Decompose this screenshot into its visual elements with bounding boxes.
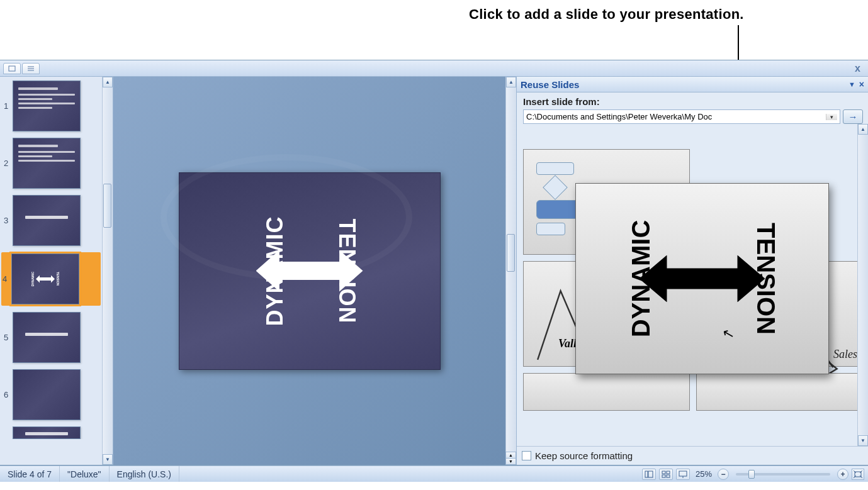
scroll-thumb[interactable] xyxy=(507,234,515,272)
thumbnail-number: 1 xyxy=(3,101,13,111)
thumbnail-slide xyxy=(13,312,81,363)
reuse-pane-title: Reuse Slides xyxy=(521,79,579,90)
reuse-slide-thumb[interactable] xyxy=(696,373,863,411)
zoom-out-button[interactable]: − xyxy=(718,469,729,480)
arrow-right-icon: → xyxy=(848,111,858,122)
slide-text-tension: TENSION xyxy=(334,218,360,323)
scroll-up-button[interactable]: ▲ xyxy=(103,77,113,87)
thumbnail-list: 1 2 3 xyxy=(0,77,102,465)
svg-rect-10 xyxy=(679,471,687,476)
slides-icon xyxy=(8,65,16,72)
thumbnail-item[interactable]: 5 xyxy=(3,312,101,363)
browse-go-button[interactable]: → xyxy=(843,109,863,124)
thumbnail-slide xyxy=(13,369,81,420)
sorter-view-icon xyxy=(662,471,670,478)
zoom-in-button[interactable]: + xyxy=(837,469,848,480)
zoom-percent[interactable]: 25% xyxy=(696,469,712,479)
thumbnail-item[interactable]: 3 xyxy=(3,195,101,246)
preview-text-tension: TENSION xyxy=(752,223,781,335)
annotation-leader-line xyxy=(738,25,739,60)
source-path-value: C:\Documents and Settings\Peter Weverka\… xyxy=(526,112,712,121)
slide-thumbnail-panel: 1 2 3 xyxy=(0,77,113,465)
scroll-down-button[interactable]: ▼ xyxy=(103,454,113,465)
thumbnail-number: 6 xyxy=(3,390,13,399)
thumbnail-slide xyxy=(13,81,81,131)
source-path-input[interactable]: C:\Documents and Settings\Peter Weverka\… xyxy=(523,109,840,124)
editor-scrollbar[interactable]: ▲ ▼ ▲ ▼ xyxy=(505,77,516,465)
annotation-text: Click to add a slide to your presentatio… xyxy=(469,6,744,23)
slides-tab[interactable] xyxy=(3,63,21,74)
status-bar: Slide 4 of 7 "Deluxe" English (U.S.) 25%… xyxy=(0,465,868,482)
reuse-slide-thumb[interactable] xyxy=(523,373,690,411)
scroll-down-button[interactable]: ▼ xyxy=(858,435,868,446)
thumbnail-number: 5 xyxy=(3,333,13,342)
outline-icon xyxy=(26,65,35,72)
outline-tab[interactable] xyxy=(22,63,40,74)
double-arrow-icon xyxy=(640,255,765,303)
next-slide-button[interactable]: ▼ xyxy=(505,458,516,465)
svg-rect-7 xyxy=(667,471,670,474)
reuse-slide-preview-tooltip[interactable]: DYNAMIC TENSION ↖ xyxy=(575,183,829,374)
thumbnail-number: 2 xyxy=(3,159,13,168)
cursor-icon: ↖ xyxy=(721,325,736,343)
thumbnail-item-selected[interactable]: 4 DYNAMIC TENSION xyxy=(1,252,101,306)
pane-tabs-bar: x xyxy=(0,60,868,77)
sorter-view-button[interactable] xyxy=(659,469,673,480)
normal-view-button[interactable] xyxy=(642,469,656,480)
keep-formatting-checkbox[interactable] xyxy=(522,451,531,460)
scroll-up-button[interactable]: ▲ xyxy=(506,77,516,87)
theme-name[interactable]: "Deluxe" xyxy=(60,466,110,482)
slideshow-view-icon xyxy=(679,471,687,478)
reuse-scrollbar[interactable]: ▲ ▼ xyxy=(857,124,868,446)
svg-rect-8 xyxy=(662,475,665,477)
close-pane-button[interactable]: x xyxy=(855,63,860,74)
scroll-thumb[interactable] xyxy=(103,184,111,228)
thumbnail-slide xyxy=(13,138,81,189)
reuse-pane-header: Reuse Slides ▼ × xyxy=(517,77,868,92)
thumbnail-slide: DYNAMIC TENSION xyxy=(11,253,79,304)
keep-formatting-label: Keep source formatting xyxy=(535,450,633,461)
svg-rect-5 xyxy=(648,471,653,477)
flowchart-graphic xyxy=(536,162,580,235)
svg-rect-9 xyxy=(667,475,670,477)
taskpane-menu-icon[interactable]: ▼ xyxy=(848,81,855,88)
reuse-pane-body: Insert slide from: C:\Documents and Sett… xyxy=(517,92,868,124)
insert-from-label: Insert slide from: xyxy=(523,96,863,107)
thumbnail-item[interactable] xyxy=(3,426,101,439)
svg-rect-6 xyxy=(662,471,665,474)
normal-view-icon xyxy=(645,471,653,478)
fit-to-window-button[interactable] xyxy=(852,469,864,480)
thumbnail-item[interactable]: 1 xyxy=(3,81,101,131)
reuse-pane-footer: Keep source formatting xyxy=(517,446,868,465)
thumbnail-number: 4 xyxy=(1,274,11,284)
slide-counter[interactable]: Slide 4 of 7 xyxy=(0,466,60,482)
path-dropdown-button[interactable]: ▾ xyxy=(826,114,837,120)
thumbnail-item[interactable]: 2 xyxy=(3,138,101,189)
annotation-area: Click to add a slide to your presentatio… xyxy=(0,0,868,60)
thumbnail-item[interactable]: 6 xyxy=(3,369,101,420)
language-indicator[interactable]: English (U.S.) xyxy=(110,466,179,482)
thumbnail-scrollbar[interactable]: ▲ ▼ xyxy=(102,77,113,465)
thumbnail-slide xyxy=(13,426,81,439)
scroll-up-button[interactable]: ▲ xyxy=(858,124,868,135)
thumbnail-slide xyxy=(13,195,81,246)
svg-rect-0 xyxy=(9,66,15,71)
close-pane-button[interactable]: × xyxy=(859,79,864,89)
fit-icon xyxy=(854,471,862,478)
thumbnail-number: 3 xyxy=(3,216,13,225)
powerpoint-window: x 1 2 xyxy=(0,60,868,465)
svg-rect-4 xyxy=(645,471,648,477)
current-slide[interactable]: DYNAMIC TENSION xyxy=(179,172,441,370)
slide-editor[interactable]: DYNAMIC TENSION xyxy=(113,77,505,465)
slideshow-view-button[interactable] xyxy=(676,469,690,480)
zoom-slider-thumb[interactable] xyxy=(748,470,755,479)
zoom-slider[interactable] xyxy=(736,473,830,476)
